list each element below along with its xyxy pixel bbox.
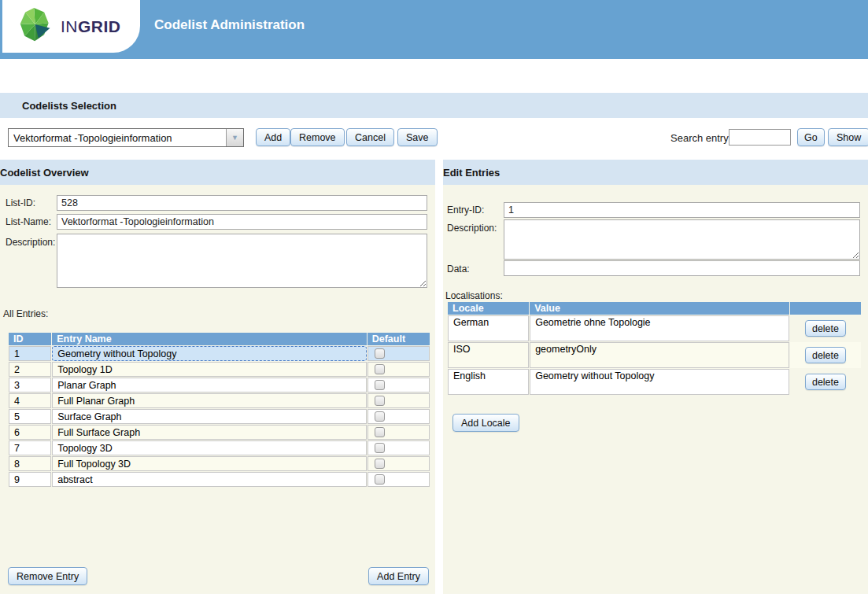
locale-cell: ISO — [448, 342, 529, 368]
value-cell: Geometrie ohne Topologie — [530, 315, 789, 341]
entry-default-cell — [368, 393, 430, 408]
app-header: INGRID Codelist Administration — [0, 0, 868, 59]
show-button[interactable]: Show — [828, 128, 868, 146]
codelist-select-value: Vektorformat -Topologieinformation — [9, 132, 226, 144]
entry-default-cell — [368, 409, 430, 424]
ingrid-gem-icon — [18, 6, 54, 47]
cancel-button[interactable]: Cancel — [346, 128, 394, 146]
logo-text-grid: GRID — [78, 17, 121, 35]
col-actions — [790, 302, 861, 315]
table-row[interactable]: 1 Geometry without Topology — [9, 346, 430, 361]
list-description-field[interactable] — [57, 234, 427, 288]
entry-id-cell: 7 — [9, 440, 51, 455]
table-row: English Geometry without Topology delete — [448, 369, 861, 395]
col-locale: Locale — [448, 302, 529, 315]
search-entry-input[interactable] — [729, 129, 791, 146]
entry-name-cell[interactable]: Planar Graph — [52, 378, 366, 392]
entry-name-cell[interactable]: Geometry without Topology — [52, 346, 366, 361]
table-row[interactable]: 7 Topology 3D — [9, 440, 430, 455]
list-id-field[interactable] — [57, 195, 427, 211]
save-button[interactable]: Save — [397, 128, 438, 146]
table-row[interactable]: 2 Topology 1D — [9, 362, 430, 377]
list-name-label: List-Name: — [6, 216, 51, 227]
entry-id-cell: 9 — [9, 472, 51, 487]
default-checkbox[interactable] — [375, 474, 385, 485]
entry-name-cell[interactable]: Full Planar Graph — [52, 393, 366, 408]
localisations-table: Locale Value German Geometrie ohne Topol… — [447, 301, 862, 396]
codelist-admin-screen: INGRID Codelist Administration Codelists… — [0, 0, 868, 597]
chevron-down-icon[interactable]: ▼ — [226, 129, 243, 146]
value-cell: geometryOnly — [530, 342, 789, 368]
list-description-label: Description: — [6, 237, 55, 248]
entry-default-cell — [368, 440, 430, 455]
entry-name-cell[interactable]: abstract — [52, 472, 366, 487]
list-id-label: List-ID: — [6, 197, 35, 208]
default-checkbox[interactable] — [375, 459, 385, 469]
entry-data-field[interactable] — [504, 260, 860, 276]
codelist-overview-bar: Codelist Overview — [0, 160, 435, 185]
remove-button[interactable]: Remove — [290, 128, 345, 146]
delete-button[interactable]: delete — [805, 320, 846, 337]
action-cell: delete — [790, 315, 861, 341]
entry-id-cell: 2 — [9, 362, 51, 377]
table-row[interactable]: 4 Full Planar Graph — [9, 393, 430, 408]
default-checkbox[interactable] — [375, 443, 385, 453]
locale-cell: English — [448, 369, 529, 395]
search-entry-label: Search entry: — [670, 132, 731, 144]
codelist-select[interactable]: Vektorformat -Topologieinformation ▼ — [8, 128, 244, 147]
default-checkbox[interactable] — [375, 427, 385, 437]
add-entry-button[interactable]: Add Entry — [368, 567, 429, 585]
table-row[interactable]: 3 Planar Graph — [9, 378, 430, 392]
table-row[interactable]: 5 Surface Graph — [9, 409, 430, 424]
default-checkbox[interactable] — [375, 396, 385, 406]
localisations-header-row: Locale Value — [448, 302, 861, 315]
entry-name-cell[interactable]: Topology 3D — [52, 440, 366, 455]
logo-text-in: IN — [61, 17, 78, 35]
localisations-label: Localisations: — [445, 290, 503, 301]
default-checkbox[interactable] — [375, 364, 385, 374]
page-title: Codelist Administration — [154, 17, 305, 33]
list-name-field[interactable] — [57, 214, 427, 230]
entry-name-cell[interactable]: Topology 1D — [52, 362, 366, 377]
go-button[interactable]: Go — [797, 128, 825, 146]
codelist-overview-title: Codelist Overview — [0, 167, 89, 179]
default-checkbox[interactable] — [375, 411, 385, 422]
delete-button[interactable]: delete — [805, 347, 846, 363]
action-cell: delete — [790, 369, 861, 395]
entry-description-label: Description: — [447, 223, 497, 234]
delete-button[interactable]: delete — [805, 374, 846, 390]
locale-cell: German — [448, 315, 529, 341]
action-cell: delete — [790, 342, 861, 368]
remove-entry-button[interactable]: Remove Entry — [8, 567, 87, 585]
entry-name-cell[interactable]: Surface Graph — [52, 409, 366, 424]
table-row: German Geometrie ohne Topologie delete — [448, 315, 861, 341]
entry-id-cell: 3 — [9, 378, 51, 392]
table-row[interactable]: 8 Full Topology 3D — [9, 456, 430, 471]
col-id: ID — [9, 333, 51, 345]
entry-name-cell[interactable]: Full Surface Graph — [52, 425, 366, 440]
table-row[interactable]: 9 abstract — [9, 472, 430, 487]
default-checkbox[interactable] — [375, 348, 385, 359]
all-entries-table: ID Entry Name Default 1 Geometry without… — [8, 332, 430, 488]
add-locale-button[interactable]: Add Locale — [452, 414, 519, 432]
entry-description-field[interactable] — [504, 219, 860, 260]
col-entry-name: Entry Name — [52, 333, 366, 345]
entry-id-field[interactable] — [504, 202, 860, 218]
entry-id-cell: 6 — [9, 425, 51, 440]
entry-data-label: Data: — [447, 263, 470, 275]
entry-default-cell — [368, 456, 430, 471]
table-row: ISO geometryOnly delete — [448, 342, 861, 368]
default-checkbox[interactable] — [375, 380, 385, 390]
entry-default-cell — [368, 378, 430, 392]
entry-id-cell: 1 — [9, 346, 51, 361]
entry-id-cell: 4 — [9, 393, 51, 408]
entry-default-cell — [368, 472, 430, 487]
value-cell: Geometry without Topology — [530, 369, 789, 395]
codelists-selection-bar: Codelists Selection — [0, 93, 868, 118]
codelist-overview-panel: Codelist Overview List-ID: List-Name: De… — [0, 160, 435, 594]
entry-id-cell: 5 — [9, 409, 51, 424]
entry-id-cell: 8 — [9, 456, 51, 471]
add-button[interactable]: Add — [256, 128, 290, 146]
table-row[interactable]: 6 Full Surface Graph — [9, 425, 430, 440]
entry-name-cell[interactable]: Full Topology 3D — [52, 456, 366, 471]
